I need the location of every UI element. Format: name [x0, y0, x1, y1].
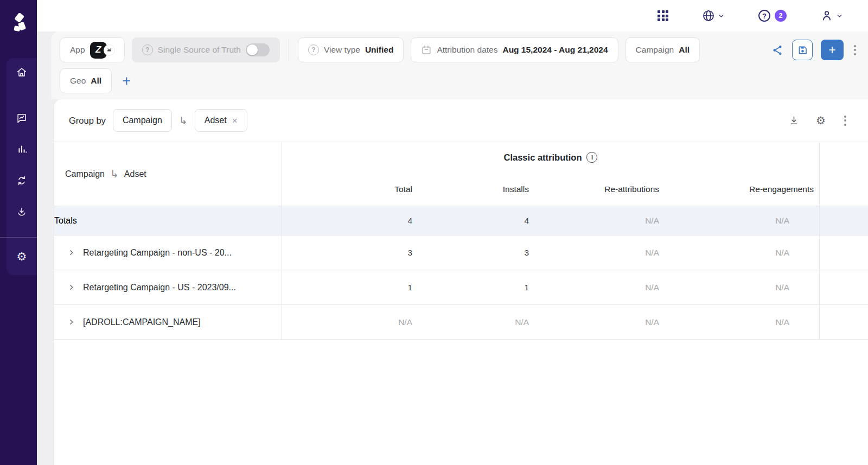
table-row: [ADROLL:CAMPAIGN_NAME] — [54, 305, 282, 340]
sidebar-rail: ⚙ — [7, 58, 37, 275]
cell-total: 3 — [282, 235, 418, 270]
apps-grid-icon[interactable] — [658, 10, 668, 21]
chevron-down-icon — [718, 12, 725, 20]
home-icon[interactable] — [7, 62, 37, 82]
downloads-icon[interactable] — [7, 202, 37, 222]
download-csv-icon[interactable] — [788, 115, 800, 126]
group-by-label: Group by — [69, 116, 106, 126]
share-icon[interactable] — [771, 44, 784, 56]
reports-icon[interactable] — [7, 109, 37, 128]
group-by-chip-campaign[interactable]: Campaign — [113, 109, 172, 132]
question-circle-icon: ? — [142, 44, 153, 55]
totals-total: 4 — [282, 206, 418, 235]
table-settings-icon[interactable]: ⚙ — [816, 115, 826, 126]
globe-icon — [702, 9, 715, 22]
more-options-icon[interactable] — [852, 43, 858, 58]
cell-reengagements: N/A — [665, 270, 819, 305]
main-area: ? 2 App Z — [37, 0, 868, 465]
table-row: Retargeting Campaign - non-US - 20... — [54, 235, 282, 270]
save-report-button[interactable] — [792, 40, 813, 60]
dimension-header[interactable]: Campaign ↳ Adset — [54, 142, 282, 206]
account-menu[interactable] — [820, 9, 843, 22]
totals-reengagements: N/A — [665, 206, 819, 235]
settings-icon[interactable]: ⚙ — [7, 247, 37, 266]
attribution-group-header: Classic attribution i — [282, 142, 819, 173]
info-icon[interactable]: i — [586, 152, 597, 163]
calendar-icon — [421, 44, 432, 55]
ssot-toggle-chip[interactable]: ? Single Source of Truth — [132, 37, 280, 62]
app-filter-chip[interactable]: App Z — [60, 37, 125, 62]
notification-badge: 2 — [775, 10, 787, 22]
android-icon — [104, 45, 114, 55]
attribution-table: Campaign ↳ Adset Classic attribution i T… — [54, 142, 868, 340]
totals-row-label: Totals — [54, 206, 282, 235]
cell-reengagements: N/A — [665, 235, 819, 270]
user-icon — [820, 9, 833, 22]
geo-filter-chip[interactable]: Geo All — [60, 68, 112, 93]
sidebar-divider — [0, 237, 37, 238]
group-by-chip-adset[interactable]: Adset × — [195, 109, 247, 132]
question-circle-icon: ? — [308, 44, 319, 55]
table-more-icon[interactable] — [842, 113, 848, 128]
report-card: Group by Campaign ↳ Adset × ⚙ — [54, 99, 868, 465]
expand-row-icon[interactable] — [66, 283, 76, 292]
cell-reengagements: N/A — [665, 305, 819, 340]
view-type-chip[interactable]: ? View type Unified — [298, 37, 404, 62]
expand-row-icon[interactable] — [66, 248, 76, 258]
analytics-icon[interactable] — [7, 139, 37, 159]
chevron-down-icon — [836, 12, 843, 20]
totals-installs: 4 — [418, 206, 534, 235]
col-header-total[interactable]: Total — [282, 173, 418, 206]
new-report-button[interactable]: + — [821, 40, 844, 60]
table-row: Retargeting Campaign - US - 2023/09... — [54, 270, 282, 305]
nested-arrow-icon: ↳ — [110, 169, 119, 179]
cell-total: 1 — [282, 270, 418, 305]
cell-total: N/A — [282, 305, 418, 340]
sidebar: ⚙ — [0, 0, 37, 465]
nested-arrow-icon: ↳ — [179, 116, 188, 126]
totals-reattributions: N/A — [534, 206, 665, 235]
col-header-installs[interactable]: Installs — [418, 173, 534, 206]
cell-reattributions: N/A — [534, 270, 665, 305]
expand-row-icon[interactable] — [66, 317, 76, 327]
remove-chip-icon[interactable]: × — [232, 116, 238, 125]
add-filter-icon[interactable]: + — [119, 74, 134, 88]
filter-band: App Z ? Single Source of Truth — [52, 31, 868, 99]
cell-installs: 1 — [418, 270, 534, 305]
cell-installs: N/A — [418, 305, 534, 340]
help-icon: ? — [758, 10, 770, 22]
cell-reattributions: N/A — [534, 235, 665, 270]
col-header-reattributions[interactable]: Re-attributions — [534, 173, 665, 206]
help-menu[interactable]: ? 2 — [758, 10, 787, 22]
toolbar-divider — [289, 39, 289, 61]
cell-installs: 3 — [418, 235, 534, 270]
language-selector[interactable] — [702, 9, 725, 22]
cell-reattributions: N/A — [534, 305, 665, 340]
group-by-bar: Group by Campaign ↳ Adset × ⚙ — [54, 99, 868, 142]
campaign-filter-chip[interactable]: Campaign All — [626, 37, 700, 62]
attribution-dates-chip[interactable]: Attribution dates Aug 15,2024 - Aug 21,2… — [411, 37, 618, 62]
floppy-icon — [797, 44, 808, 56]
top-bar: ? 2 — [37, 0, 868, 31]
refresh-icon[interactable] — [7, 171, 37, 190]
col-header-reengagements[interactable]: Re-engagements — [665, 173, 819, 206]
adjust-logo-icon — [8, 13, 29, 37]
ssot-toggle[interactable] — [246, 43, 270, 56]
